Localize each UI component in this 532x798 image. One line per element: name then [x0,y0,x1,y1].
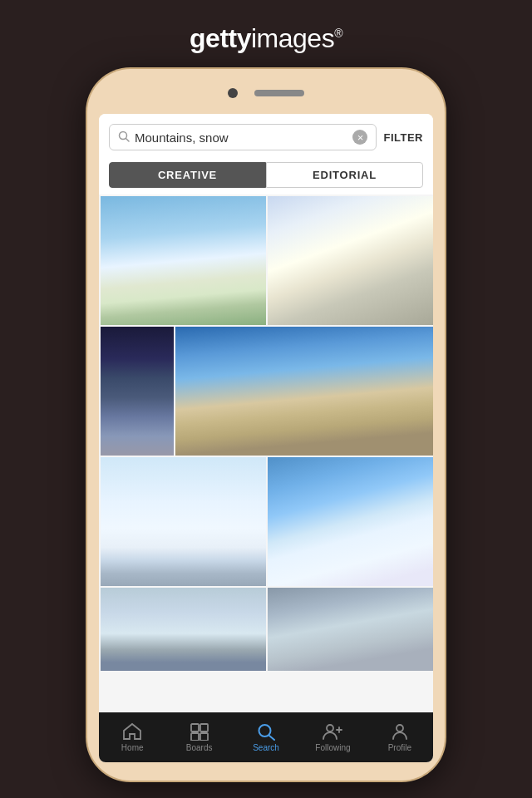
image-4[interactable] [175,327,433,456]
svg-point-11 [397,725,403,732]
grid-row-1 [101,196,431,325]
grid-row-3 [101,457,431,586]
nav-item-home[interactable]: Home [99,722,165,752]
boards-icon [190,722,209,741]
image-1[interactable] [101,196,266,325]
search-area: Mountains, snow FILTER [99,114,433,157]
svg-rect-2 [191,724,199,732]
bottom-navigation: Home Boards Search [99,712,433,762]
search-row: Mountains, snow FILTER [109,124,423,150]
svg-line-7 [269,736,274,740]
grid-row-4 [101,588,431,671]
home-icon [122,722,142,741]
image-8[interactable] [268,588,433,671]
image-grid [99,195,433,712]
logo-thin: images® [251,23,342,53]
camera-dot [228,88,238,98]
search-nav-icon [256,722,276,741]
getty-logo: gettyimages® [190,23,342,54]
search-value: Mountains, snow [135,131,347,145]
svg-line-1 [126,138,130,141]
filter-button[interactable]: FILTER [383,131,423,144]
phone-screen: Mountains, snow FILTER CREATIVE EDITORIA… [99,114,433,762]
nav-label-search: Search [253,743,279,752]
profile-icon [390,722,410,741]
nav-label-boards: Boards [186,743,213,752]
nav-label-profile: Profile [388,743,411,752]
clear-search-button[interactable] [352,130,367,145]
svg-rect-5 [200,733,208,741]
image-7[interactable] [101,588,266,671]
tab-creative[interactable]: CREATIVE [109,162,266,188]
svg-rect-4 [191,733,199,741]
svg-point-6 [259,725,271,736]
nav-label-following: Following [315,743,350,752]
following-icon [323,722,342,741]
speaker [254,90,304,96]
nav-item-boards[interactable]: Boards [165,722,232,752]
image-3[interactable] [101,327,174,456]
phone-shell: Mountains, snow FILTER CREATIVE EDITORIA… [87,69,445,781]
tab-row: CREATIVE EDITORIAL [99,157,433,195]
logo-bold: getty [190,23,251,53]
svg-point-8 [327,725,333,732]
grid-row-2 [101,327,431,456]
image-6[interactable] [268,457,433,586]
tab-editorial[interactable]: EDITORIAL [266,162,423,188]
nav-item-search[interactable]: Search [233,722,299,752]
svg-rect-3 [200,724,208,732]
nav-item-following[interactable]: Following [299,722,366,752]
image-2[interactable] [268,196,433,325]
nav-item-profile[interactable]: Profile [367,722,433,752]
search-input-wrap[interactable]: Mountains, snow [109,124,377,150]
search-icon [118,131,130,145]
nav-label-home: Home [121,743,144,752]
image-5[interactable] [101,457,266,586]
phone-top-bar [96,81,436,106]
